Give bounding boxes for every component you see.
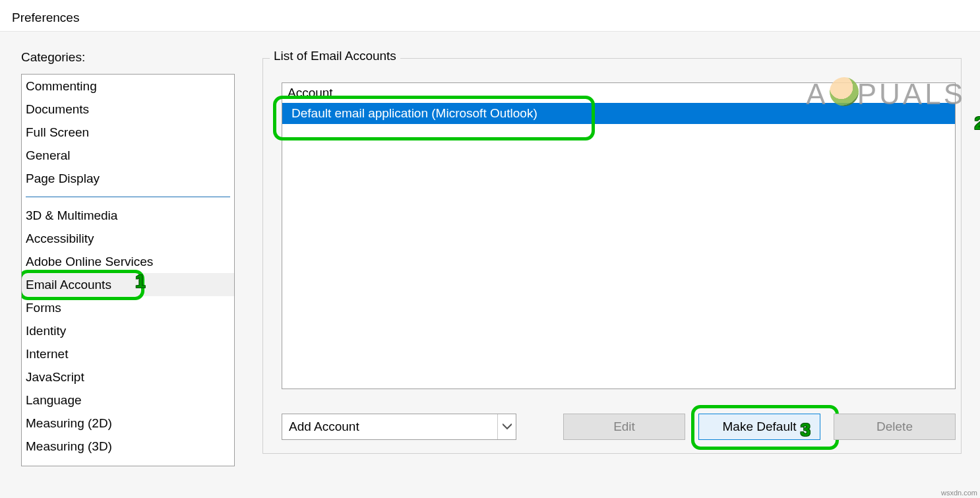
category-item-general[interactable]: General bbox=[22, 144, 234, 167]
category-item-page-display[interactable]: Page Display bbox=[22, 167, 234, 190]
preferences-content: Categories: Commenting Documents Full Sc… bbox=[0, 32, 980, 498]
add-account-dropdown[interactable]: Add Account bbox=[282, 414, 516, 440]
chevron-down-icon[interactable] bbox=[497, 414, 516, 439]
category-item-adobe-online-services[interactable]: Adobe Online Services bbox=[22, 250, 234, 273]
category-item-3d-multimedia[interactable]: 3D & Multimedia bbox=[22, 204, 234, 227]
source-tag: wsxdn.com bbox=[941, 489, 977, 497]
callout-number-1: 1 bbox=[135, 272, 146, 290]
categories-panel: Categories: Commenting Documents Full Sc… bbox=[21, 50, 235, 498]
delete-button-label: Delete bbox=[876, 420, 913, 434]
watermark-logo: A PUALS bbox=[806, 78, 965, 111]
account-row-label: Default email application (Microsoft Out… bbox=[291, 106, 537, 120]
main-panel: List of Email Accounts Account Default e… bbox=[262, 50, 962, 498]
category-item-measuring-2d[interactable]: Measuring (2D) bbox=[22, 412, 234, 435]
watermark-text-a: A bbox=[806, 78, 828, 111]
make-default-button-label: Make Default bbox=[723, 420, 797, 434]
categories-list[interactable]: Commenting Documents Full Screen General… bbox=[21, 74, 235, 466]
category-item-javascript[interactable]: JavaScript bbox=[22, 365, 234, 389]
watermark-text-puals: PUALS bbox=[857, 78, 965, 111]
add-account-label: Add Account bbox=[289, 420, 359, 434]
category-item-documents[interactable]: Documents bbox=[22, 98, 234, 121]
groupbox-legend: List of Email Accounts bbox=[270, 49, 400, 63]
delete-button[interactable]: Delete bbox=[834, 414, 956, 440]
category-item-accessibility[interactable]: Accessibility bbox=[22, 227, 234, 250]
callout-number-2: 2 bbox=[974, 113, 980, 134]
category-item-identity[interactable]: Identity bbox=[22, 319, 234, 342]
category-item-full-screen[interactable]: Full Screen bbox=[22, 121, 234, 144]
edit-button[interactable]: Edit bbox=[563, 414, 685, 440]
category-item-measuring-3d[interactable]: Measuring (3D) bbox=[22, 435, 234, 458]
category-item-email-accounts[interactable]: Email Accounts 1 bbox=[22, 273, 234, 296]
category-item-commenting[interactable]: Commenting bbox=[22, 75, 234, 98]
account-list[interactable]: Account Default email application (Micro… bbox=[282, 82, 956, 389]
email-accounts-groupbox: List of Email Accounts Account Default e… bbox=[262, 58, 962, 454]
categories-label: Categories: bbox=[21, 50, 235, 65]
callout-number-3: 3 bbox=[800, 420, 811, 441]
bottom-controls: Add Account Edit Make Default 3 Delete bbox=[282, 414, 956, 440]
watermark-head-icon bbox=[830, 77, 859, 106]
category-item-label: Email Accounts bbox=[26, 278, 111, 292]
window-title: Preferences bbox=[0, 0, 980, 32]
category-item-language[interactable]: Language bbox=[22, 389, 234, 412]
category-item-forms[interactable]: Forms bbox=[22, 296, 234, 319]
category-divider bbox=[26, 197, 230, 197]
make-default-button[interactable]: Make Default 3 bbox=[698, 414, 820, 440]
category-item-internet[interactable]: Internet bbox=[22, 342, 234, 365]
edit-button-label: Edit bbox=[613, 420, 635, 434]
